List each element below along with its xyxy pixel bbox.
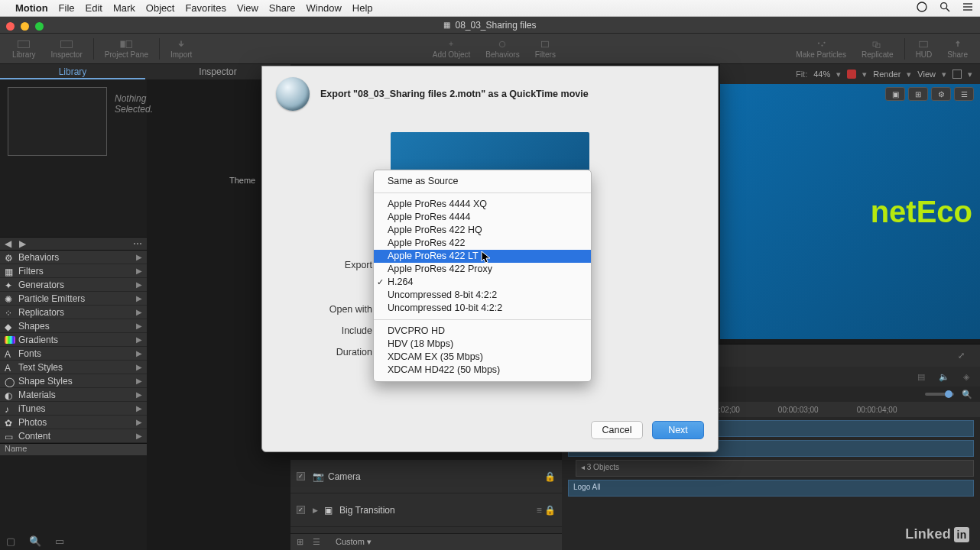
minimize-window[interactable] — [21, 22, 29, 31]
menu-object[interactable]: Object — [146, 2, 175, 14]
name-header: Name — [0, 443, 147, 455]
overlay-list-icon[interactable]: ☰ — [954, 87, 974, 101]
svg-rect-7 — [61, 40, 73, 47]
close-window[interactable] — [6, 22, 15, 31]
audio-icon[interactable]: 🔈 — [939, 372, 949, 382]
stack-icon[interactable]: ▭ — [55, 535, 64, 547]
opt-prores-4444-xq[interactable]: Apple ProRes 4444 XQ — [374, 198, 591, 211]
search-icon[interactable]: 🔍 — [29, 535, 41, 547]
cat-replicators[interactable]: ⁘Replicators▶ — [0, 306, 147, 319]
tb-add-object[interactable]: +Add Object — [433, 39, 470, 59]
opt-uncompressed-10bit[interactable]: Uncompressed 10-bit 4:2:2 — [374, 302, 591, 315]
cat-fonts[interactable]: AFonts▶ — [0, 347, 147, 361]
opt-prores-4444[interactable]: Apple ProRes 4444 — [374, 211, 591, 224]
expand-icon[interactable]: ⤢ — [958, 351, 965, 361]
svg-point-11 — [500, 41, 506, 47]
canvas[interactable]: netEco — [720, 84, 980, 339]
tb-inspector[interactable]: Inspector — [51, 39, 83, 59]
fit-value[interactable]: 44% — [813, 70, 830, 79]
cat-particle-emitters[interactable]: ✺Particle Emitters▶ — [0, 292, 147, 306]
menu-mark[interactable]: Mark — [113, 2, 135, 14]
cat-materials[interactable]: ◐Materials▶ — [0, 388, 147, 402]
codec-dropdown[interactable]: Same as Source Apple ProRes 4444 XQ Appl… — [373, 170, 592, 382]
menu-help[interactable]: Help — [352, 2, 373, 14]
include-label: Include — [262, 325, 377, 336]
keyframe-icon[interactable]: ◈ — [963, 372, 969, 382]
layer-big-transition[interactable]: ✓ ▶ ▣ Big Transition ≡ 🔒 — [290, 493, 562, 527]
category-list: ⚙Behaviors▶ ▦Filters▶ ✦Generators▶ ✺Part… — [0, 251, 147, 443]
spotlight-icon[interactable] — [939, 1, 951, 15]
cat-behaviors[interactable]: ⚙Behaviors▶ — [0, 251, 147, 264]
opt-prores-422-proxy[interactable]: Apple ProRes 422 Proxy — [374, 263, 591, 276]
lock-icon[interactable]: 🔒 — [544, 471, 556, 482]
view-options-icon[interactable] — [952, 70, 962, 79]
next-button[interactable]: Next — [652, 421, 704, 439]
cat-photos[interactable]: ✿Photos▶ — [0, 416, 147, 429]
tb-share[interactable]: Share — [947, 39, 968, 59]
color-swatch[interactable] — [847, 70, 856, 79]
opt-hdv[interactable]: HDV (18 Mbps) — [374, 338, 591, 351]
cat-text-styles[interactable]: AText Styles▶ — [0, 361, 147, 374]
tb-make-particles[interactable]: Make Particles — [796, 39, 846, 59]
svg-rect-9 — [126, 40, 132, 47]
preview-thumb — [8, 87, 107, 156]
menu-icon[interactable] — [962, 1, 974, 15]
tb-replicate[interactable]: Replicate — [862, 39, 894, 59]
toolbar: Library Inspector Project Pane Import +A… — [0, 34, 980, 64]
opt-uncompressed-8bit[interactable]: Uncompressed 8-bit 4:2:2 — [374, 289, 591, 302]
tb-behaviors[interactable]: Behaviors — [485, 39, 519, 59]
titlebar: ▦ 08_03_Sharing files — [0, 17, 980, 34]
list-view-icon[interactable]: ☰ — [313, 537, 320, 547]
grid-view-icon[interactable]: ⊞ — [297, 537, 303, 547]
layer-camera[interactable]: ✓ 📷 Camera 🔒 — [290, 460, 562, 493]
tb-library[interactable]: Library — [12, 39, 36, 59]
overlay-grid-icon[interactable]: ⊞ — [908, 87, 928, 101]
menu-window[interactable]: Window — [307, 2, 342, 14]
menu-share[interactable]: Share — [269, 2, 296, 14]
render-menu[interactable]: Render — [873, 70, 900, 79]
tb-filters[interactable]: Filters — [535, 39, 556, 59]
opt-prores-422[interactable]: Apple ProRes 422 — [374, 237, 591, 250]
tb-hud[interactable]: HUD — [916, 39, 933, 59]
cat-filters[interactable]: ▦Filters▶ — [0, 264, 147, 278]
cat-gradients[interactable]: Gradients▶ — [0, 333, 147, 347]
view-menu[interactable]: View — [917, 70, 936, 79]
menu-edit[interactable]: Edit — [86, 2, 102, 14]
opt-h264[interactable]: ✓H.264 — [374, 276, 591, 289]
nav-back-forward[interactable]: ◀▶⋯ — [0, 237, 147, 251]
overlay-settings-icon[interactable]: ⚙ — [931, 87, 951, 101]
tb-project-pane[interactable]: Project Pane — [105, 39, 148, 59]
tab-library[interactable]: Library — [0, 64, 145, 79]
cc-icon[interactable] — [916, 1, 928, 15]
layer-big-checkbox[interactable]: ✓ — [297, 506, 305, 514]
new-folder-icon[interactable]: ▢ — [6, 535, 15, 547]
cat-itunes[interactable]: ♪iTunes▶ — [0, 402, 147, 416]
cat-content[interactable]: ▭Content▶ — [0, 429, 147, 443]
menu-file[interactable]: File — [59, 2, 75, 14]
opt-dvcpro-hd[interactable]: DVCPRO HD — [374, 325, 591, 338]
cat-shapes[interactable]: ◆Shapes▶ — [0, 319, 147, 333]
opt-prores-422-hq[interactable]: Apple ProRes 422 HQ — [374, 224, 591, 237]
track-objects[interactable]: ◂ 3 Objects — [576, 460, 974, 477]
disclosure-icon[interactable]: ▶ — [313, 506, 318, 514]
film-icon[interactable]: ▤ — [917, 372, 925, 382]
menu-favorites[interactable]: Favorites — [185, 2, 226, 14]
zoom-in-icon[interactable]: 🔍 — [962, 390, 972, 400]
layer-camera-checkbox[interactable]: ✓ — [297, 472, 305, 480]
zoom-window[interactable] — [35, 22, 44, 31]
track-logo-all[interactable]: Logo All — [568, 480, 974, 497]
linkedin-watermark: Linkedin — [905, 526, 969, 542]
cancel-button[interactable]: Cancel — [591, 421, 643, 439]
tb-import[interactable]: Import — [170, 39, 192, 59]
svg-point-1 — [941, 3, 947, 9]
opt-same-as-source[interactable]: Same as Source — [374, 175, 591, 188]
custom-menu[interactable]: Custom ▾ — [336, 537, 372, 547]
cat-shape-styles[interactable]: ◯Shape Styles▶ — [0, 374, 147, 388]
app-name[interactable]: Motion — [15, 2, 48, 14]
opt-xdcam-ex[interactable]: XDCAM EX (35 Mbps) — [374, 351, 591, 364]
overlay-camera-icon[interactable]: ▣ — [885, 87, 905, 101]
menu-view[interactable]: View — [237, 2, 258, 14]
opt-xdcam-hd422[interactable]: XDCAM HD422 (50 Mbps) — [374, 364, 591, 377]
cat-generators[interactable]: ✦Generators▶ — [0, 278, 147, 292]
camera-icon: 📷 — [313, 471, 323, 482]
